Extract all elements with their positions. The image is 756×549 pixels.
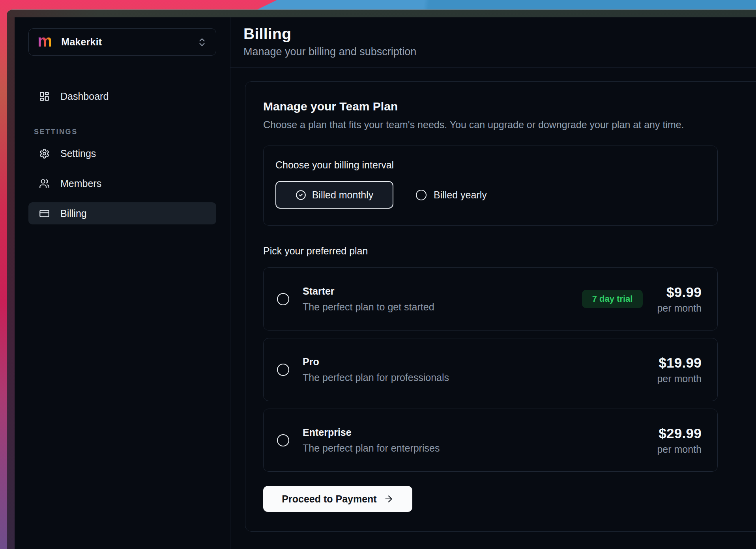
plan-description: The perfect plan for professionals [303,372,449,383]
plan-info: Pro The perfect plan for professionals [303,356,449,383]
billed-yearly-label: Billed yearly [434,189,487,201]
sidebar: m Makerkit Dashboard SETTINGS [15,17,230,549]
gear-icon [39,148,50,159]
plan-name: Pro [303,356,449,368]
sidebar-nav: Dashboard SETTINGS Settings Membe [28,85,216,224]
plan-pricing: $29.99 per month [657,426,702,455]
sidebar-settings-group: Settings Members Billing [28,142,216,224]
page-header: Billing Manage your billing and subscrip… [230,17,756,68]
billing-interval-label: Choose your billing interval [275,159,705,171]
sidebar-item-settings[interactable]: Settings [28,142,216,164]
plan-period: per month [657,373,702,385]
proceed-to-payment-button[interactable]: Proceed to Payment [263,486,412,512]
radio-icon[interactable] [277,364,289,376]
credit-card-icon [39,208,50,219]
page-subtitle: Manage your billing and subscription [243,46,756,58]
radio-icon[interactable] [277,434,289,446]
sidebar-item-label: Members [60,178,101,189]
sidebar-section-label: SETTINGS [28,128,216,136]
makerkit-logo: m [37,33,52,49]
team-plan-title: Manage your Team Plan [263,100,756,113]
plan-row-enterprise[interactable]: Enterprise The perfect plan for enterpri… [263,409,718,472]
users-icon [39,178,50,189]
arrow-right-icon [384,494,394,504]
team-plan-description: Choose a plan that fits your team's need… [263,119,756,131]
plan-price-block: $19.99 per month [657,355,702,385]
plan-price: $29.99 [657,426,702,441]
proceed-to-payment-label: Proceed to Payment [282,493,376,505]
workspace-name: Makerkit [61,36,102,48]
dashboard-icon [39,91,50,102]
plan-name: Starter [303,286,434,297]
radio-icon[interactable] [277,293,289,305]
radio-icon [416,190,427,200]
plan-list: Starter The perfect plan to get started … [263,267,718,472]
plan-pricing: 7 day trial $9.99 per month [582,284,702,314]
plan-name: Enterprise [303,427,440,438]
sidebar-item-billing[interactable]: Billing [28,202,216,224]
plan-period: per month [657,303,702,314]
sidebar-item-label: Settings [60,148,96,159]
billed-monthly-option[interactable]: Billed monthly [275,181,393,209]
plan-price: $9.99 [657,284,702,300]
team-plan-card: Manage your Team Plan Choose a plan that… [245,81,756,532]
plan-price-block: $9.99 per month [657,284,702,314]
plan-row-starter[interactable]: Starter The perfect plan to get started … [263,267,718,331]
billing-interval-card: Choose your billing interval Billed mont… [263,146,718,226]
window-frame-left [7,10,15,549]
plan-price-block: $29.99 per month [657,426,702,455]
sidebar-item-dashboard[interactable]: Dashboard [28,85,216,107]
circle-check-icon [296,190,306,200]
plan-info: Enterprise The perfect plan for enterpri… [303,427,440,454]
window-titlebar [7,10,756,17]
workspace-selector[interactable]: m Makerkit [28,28,216,56]
plan-period: per month [657,444,702,455]
sidebar-item-members[interactable]: Members [28,172,216,194]
plan-pricing: $19.99 per month [657,355,702,385]
sidebar-item-label: Dashboard [60,91,109,102]
billed-yearly-option[interactable]: Billed yearly [416,189,487,201]
main-content: Billing Manage your billing and subscrip… [230,17,756,549]
plan-picker-label: Pick your preferred plan [263,245,756,257]
sidebar-item-label: Billing [60,208,87,219]
billing-interval-options: Billed monthly Billed yearly [275,181,705,209]
plan-info: Starter The perfect plan to get started [303,286,434,313]
page-title: Billing [243,25,756,43]
chevrons-up-down-icon [197,37,207,47]
billed-monthly-label: Billed monthly [312,189,374,201]
billing-content: Manage your Team Plan Choose a plan that… [230,68,756,532]
plan-price: $19.99 [657,355,702,371]
plan-description: The perfect plan for enterprises [303,443,440,454]
plan-row-pro[interactable]: Pro The perfect plan for professionals $… [263,338,718,401]
trial-badge: 7 day trial [582,290,643,308]
app-root: m Makerkit Dashboard SETTINGS [15,17,756,549]
plan-description: The perfect plan to get started [303,301,434,313]
app-window: m Makerkit Dashboard SETTINGS [7,9,756,549]
